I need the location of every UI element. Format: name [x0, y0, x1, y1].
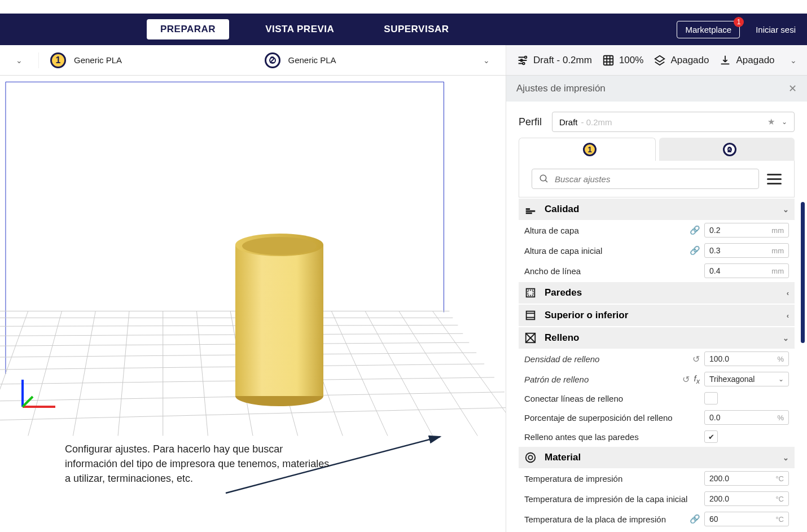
print-settings-summary[interactable]: Draft - 0.2mm 100% Apagado Apagado ⌄	[506, 45, 807, 75]
link-icon[interactable]: 🔗	[690, 245, 700, 256]
svg-line-33	[23, 397, 33, 407]
extruder-expand-chevron[interactable]: ⌄	[473, 56, 500, 65]
material-icon	[524, 451, 537, 464]
print-temp-initial-input[interactable]: 200.0°C	[704, 491, 789, 506]
infill-icon	[602, 54, 615, 67]
setting-infill-density: Densidad de relleno ↺ 100.0%	[519, 349, 795, 369]
svg-point-47	[528, 455, 532, 459]
svg-line-6	[0, 325, 458, 326]
svg-point-0	[525, 56, 527, 58]
svg-rect-41	[528, 290, 533, 295]
setting-connect-infill: Conectar líneas de relleno	[519, 389, 795, 407]
extruder-tab-2[interactable]: 2	[659, 138, 795, 161]
setting-infill-overlap: Porcentaje de superposición del relleno …	[519, 407, 795, 428]
setting-bed-temp: Temperatura de la placa de impresión 🔗 6…	[519, 509, 795, 529]
scrollbar[interactable]	[801, 202, 805, 343]
extruder1-badge[interactable]: 1	[50, 52, 66, 68]
initial-layer-height-input[interactable]: 0.3mm	[704, 243, 789, 258]
setting-print-temp-initial: Temperatura de impresión de la capa inic…	[519, 489, 795, 509]
setting-infill-before-walls: Relleno antes que las paredes	[519, 428, 795, 446]
extruder2-badge[interactable]: 2	[265, 52, 280, 68]
svg-rect-37	[526, 210, 536, 212]
svg-rect-39	[526, 208, 530, 210]
setting-flow: Flujo 100.0%	[519, 529, 795, 532]
infill-icon	[524, 332, 537, 344]
svg-point-2	[523, 62, 525, 64]
svg-point-35	[540, 175, 546, 181]
tab-monitor[interactable]: SUPERVISAR	[370, 19, 462, 39]
chevron-down-icon: ⌄	[783, 205, 789, 214]
profile-suffix: - 0.2mm	[581, 117, 612, 127]
marketplace-button[interactable]: Marketplace 1	[677, 21, 740, 38]
svg-line-13	[0, 408, 506, 420]
summary-adhesion: Apagado	[736, 55, 774, 66]
svg-point-30	[242, 237, 317, 255]
search-field[interactable]	[555, 174, 752, 184]
close-icon[interactable]: ✕	[788, 82, 797, 95]
search-settings-input[interactable]	[532, 169, 759, 189]
print-settings-panel: Ajustes de impresión ✕ Perfil Draft - 0.…	[506, 76, 807, 532]
tab-prepare[interactable]: PREPARAR	[147, 19, 229, 39]
profile-value: Draft	[559, 117, 578, 127]
topbottom-icon	[524, 309, 537, 322]
chevron-left-icon: ‹	[787, 289, 789, 297]
svg-rect-42	[527, 311, 535, 320]
infill-overlap-input[interactable]: 0.0%	[704, 410, 789, 425]
summary-expand-chevron[interactable]: ⌄	[790, 56, 797, 65]
svg-line-19	[196, 311, 208, 436]
extruder2-material: Generic PLA	[288, 55, 336, 65]
fx-icon[interactable]: fx	[694, 373, 700, 385]
3d-viewport[interactable]: Configurar ajustes. Para hacerlo hay que…	[0, 76, 506, 532]
adhesion-icon	[719, 54, 731, 67]
support-icon	[654, 54, 666, 67]
extruder-tab-1[interactable]: 1	[519, 138, 656, 161]
search-icon	[539, 174, 549, 184]
annotation-text: Configurar ajustes. Para hacerlo hay que…	[65, 442, 336, 486]
line-width-input[interactable]: 0.4mm	[704, 263, 789, 278]
top-navbar: PREPARAR VISTA PREVIA SUPERVISAR Marketp…	[0, 14, 807, 45]
axis-indicator	[16, 374, 61, 419]
chevron-down-icon: ⌄	[782, 118, 787, 126]
section-material[interactable]: Material ⌄	[519, 447, 795, 468]
svg-line-36	[545, 180, 547, 182]
setting-line-width: Ancho de línea 0.4mm	[519, 261, 795, 281]
section-walls[interactable]: Paredes ‹	[519, 282, 795, 304]
model-cylinder[interactable]	[231, 228, 327, 408]
reset-icon[interactable]: ↺	[692, 354, 700, 364]
setting-print-temp: Temperatura de impresión 200.0°C	[519, 468, 795, 489]
profile-selector[interactable]: Draft - 0.2mm ★ ⌄	[552, 112, 795, 132]
printer-select-chevron[interactable]: ⌄	[6, 56, 33, 65]
hamburger-menu[interactable]	[767, 169, 782, 189]
star-icon[interactable]: ★	[767, 117, 775, 127]
section-topbottom[interactable]: Superior o inferior ‹	[519, 305, 795, 326]
notification-badge: 1	[734, 17, 744, 27]
svg-rect-28	[235, 245, 323, 396]
svg-line-16	[73, 311, 95, 436]
panel-title: Ajustes de impresión	[516, 83, 606, 94]
infill-before-walls-checkbox[interactable]	[704, 430, 718, 443]
layer-height-input[interactable]: 0.2mm	[704, 223, 789, 238]
svg-line-26	[433, 311, 506, 436]
tab-preview[interactable]: VISTA PREVIA	[252, 19, 348, 39]
infill-pattern-select[interactable]: Trihexagonal⌄	[704, 372, 789, 386]
svg-line-24	[365, 311, 432, 436]
infill-density-input[interactable]: 100.0%	[704, 351, 789, 366]
login-button[interactable]: Iniciar sesi	[748, 21, 796, 38]
connect-infill-checkbox[interactable]	[704, 392, 718, 405]
material-bar: ⌄ 1 Generic PLA 2 Generic PLA ⌄ Draft - …	[0, 45, 807, 76]
chevron-left-icon: ‹	[787, 311, 789, 320]
profile-label: Perfil	[519, 116, 542, 128]
setting-initial-layer-height: Altura de capa inicial 🔗 0.3mm	[519, 240, 795, 261]
reset-icon[interactable]: ↺	[682, 374, 690, 385]
svg-point-46	[526, 453, 536, 463]
svg-rect-38	[526, 213, 532, 214]
chevron-down-icon: ⌄	[783, 334, 789, 342]
link-icon[interactable]: 🔗	[690, 514, 700, 524]
bed-temp-input[interactable]: 60°C	[704, 512, 789, 526]
setting-infill-pattern: Patrón de relleno ↺ fx Trihexagonal⌄	[519, 369, 795, 389]
link-icon[interactable]: 🔗	[690, 225, 700, 235]
print-temp-input[interactable]: 200.0°C	[704, 471, 789, 486]
section-infill[interactable]: Relleno ⌄	[519, 327, 795, 349]
section-quality[interactable]: Calidad ⌄	[519, 199, 795, 220]
settings-list[interactable]: Calidad ⌄ Altura de capa 🔗 0.2mm Altura …	[506, 197, 807, 532]
